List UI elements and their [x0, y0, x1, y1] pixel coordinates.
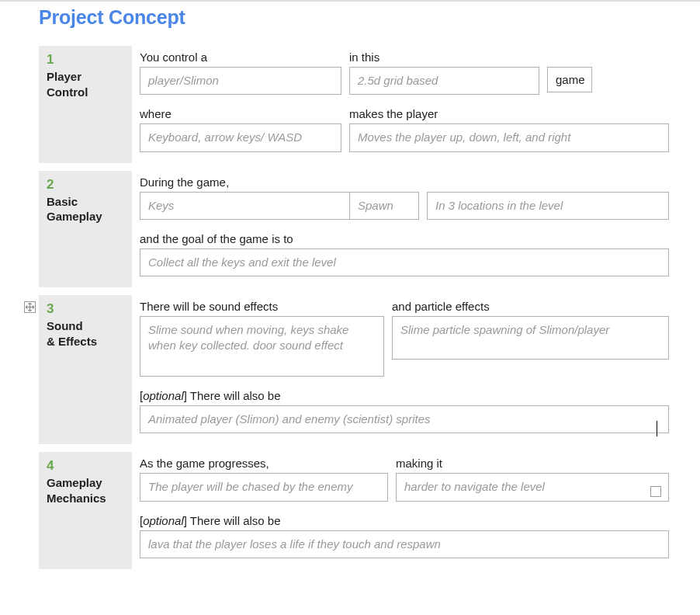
section-label-line: Player [47, 70, 81, 83]
difficulty-field[interactable]: harder to navigate the level [396, 473, 669, 501]
section-label: Gameplay Mechanics [47, 475, 124, 506]
progression-field[interactable]: The player will be chased by the enemy [140, 473, 388, 501]
input-action-field[interactable]: Moves the player up, down, left, and rig… [349, 123, 669, 151]
section-sidebar: 3 Sound & Effects [39, 295, 132, 444]
section-number: 3 [47, 301, 124, 317]
field-label: You control a [140, 50, 341, 64]
field-label: makes the player [349, 107, 669, 120]
section-gameplay-mechanics: 4 Gameplay Mechanics As the game progres… [39, 452, 669, 569]
field-label [427, 175, 669, 189]
section-basic-gameplay: 2 Basic Gameplay During the game, Keys S… [39, 171, 669, 288]
section-sidebar: 1 Player Control [39, 46, 132, 163]
game-type-field[interactable]: 2.5d grid based [349, 67, 539, 95]
field-label: and particle effects [392, 300, 669, 313]
gameplay-location-field[interactable]: In 3 locations in the level [427, 192, 669, 220]
gameplay-verb-field[interactable]: Spawn [349, 192, 419, 220]
optional-additions-field[interactable]: Animated player (Slimon) and enemy (scie… [140, 405, 669, 433]
field-label: As the game progresses, [140, 457, 388, 470]
particle-effects-field[interactable]: Slime particle spawning of Slimon/player [392, 316, 669, 360]
game-suffix: game [547, 67, 592, 92]
text-cursor [657, 421, 657, 436]
section-label: Sound & Effects [47, 318, 124, 349]
field-label: and the goal of the game is to [140, 232, 669, 245]
section-number: 4 [47, 458, 124, 474]
field-label: [optional] There will also be [140, 514, 669, 527]
page-title: Project Concept [39, 6, 669, 29]
anchor-square-icon[interactable] [650, 486, 661, 497]
section-number: 2 [47, 177, 124, 193]
section-label-line: Mechanics [47, 492, 106, 505]
section-label-line: Gameplay [47, 476, 102, 489]
section-content: You control a player/Slimon in this 2.5d… [132, 46, 669, 163]
section-sidebar: 4 Gameplay Mechanics [39, 452, 132, 569]
section-label-line: Sound [47, 319, 83, 332]
field-label: where [140, 107, 341, 120]
section-label-line: Basic [47, 195, 78, 208]
section-label-line: Control [47, 85, 88, 99]
section-label-line: Gameplay [47, 210, 102, 223]
gameplay-object-field[interactable]: Keys [140, 192, 349, 220]
section-player-control: 1 Player Control You control a player/Sl… [39, 46, 669, 163]
input-method-field[interactable]: Keyboard, arrow keys/ WASD [140, 123, 341, 151]
section-sidebar: 2 Basic Gameplay [39, 171, 132, 288]
section-content: There will be sound effects Slime sound … [132, 295, 669, 444]
game-goal-field[interactable]: Collect all the keys and exit the level [140, 248, 669, 276]
control-subject-field[interactable]: player/Slimon [140, 67, 341, 95]
optional-mechanic-field[interactable]: lava that the player loses a life if the… [140, 530, 669, 558]
section-label: Basic Gameplay [47, 194, 124, 224]
field-label: making it [396, 457, 669, 470]
section-number: 1 [47, 52, 124, 68]
section-content: As the game progresses, The player will … [132, 452, 669, 569]
sound-effects-field[interactable]: Slime sound when moving, keys shake when… [140, 316, 384, 377]
field-label: During the game, [140, 175, 419, 189]
section-sound-effects: 3 Sound & Effects There will be sound ef… [39, 295, 669, 444]
field-label: [optional] There will also be [140, 389, 669, 402]
section-label: Player Control [47, 69, 124, 99]
field-label: There will be sound effects [140, 300, 384, 313]
field-label: in this [349, 50, 539, 64]
section-label-line: & Effects [47, 335, 97, 348]
field-label [547, 50, 592, 64]
section-content: During the game, Keys Spawn In 3 locatio… [132, 171, 669, 288]
move-handle-icon[interactable] [24, 301, 36, 313]
